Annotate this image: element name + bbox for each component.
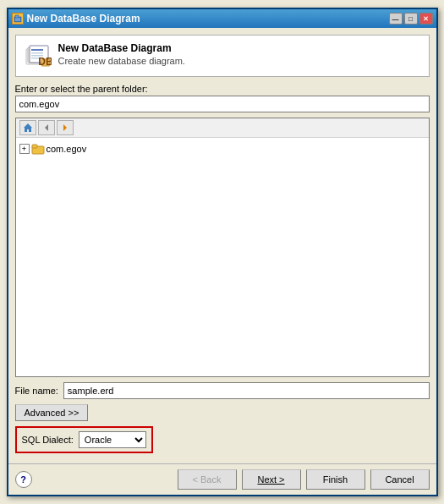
header-section: DB New DataBase Diagram Create new datab… <box>15 35 430 77</box>
restore-button[interactable]: □ <box>404 13 418 25</box>
svg-marker-13 <box>24 123 32 132</box>
svg-rect-7 <box>31 49 43 51</box>
tree-item-label: com.egov <box>47 144 87 154</box>
folder-input-section: Enter or select the parent folder: <box>15 84 430 112</box>
folder-toolbar <box>16 118 429 138</box>
folder-content: + com.egov <box>16 138 429 376</box>
close-button[interactable]: ✕ <box>419 13 433 25</box>
dialect-select[interactable]: Oracle MySQL PostgreSQL SQL Server <box>79 431 146 448</box>
header-title: New DataBase Diagram <box>58 42 185 54</box>
filename-label: File name: <box>15 386 58 396</box>
window-icon <box>12 13 24 25</box>
advanced-button[interactable]: Advanced >> <box>15 404 89 421</box>
window-title: New DataBase Diagram <box>27 13 389 25</box>
svg-marker-15 <box>63 124 67 131</box>
back-button[interactable]: < Back <box>178 469 237 490</box>
folder-icon <box>31 142 45 156</box>
next-button[interactable]: Next > <box>242 469 301 490</box>
folder-browser: + com.egov <box>15 118 430 377</box>
cancel-button[interactable]: Cancel <box>370 469 430 490</box>
header-subtitle: Create new database diagram. <box>58 56 185 66</box>
dialect-row: SQL Dialect: Oracle MySQL PostgreSQL SQL… <box>15 426 153 453</box>
main-window: New DataBase Diagram — □ ✕ DB <box>7 8 438 496</box>
bottom-bar: ? < Back Next > Finish Cancel <box>8 463 436 495</box>
help-button[interactable]: ? <box>15 471 32 488</box>
main-panel: Enter or select the parent folder: <box>15 84 430 453</box>
svg-rect-17 <box>32 145 37 148</box>
title-bar-buttons: — □ ✕ <box>389 13 433 25</box>
filename-row: File name: <box>15 382 430 399</box>
title-bar: New DataBase Diagram — □ ✕ <box>8 9 436 28</box>
minimize-button[interactable]: — <box>389 13 403 25</box>
home-button[interactable] <box>19 120 36 135</box>
svg-marker-14 <box>45 124 48 131</box>
svg-rect-8 <box>31 52 43 54</box>
tree-item[interactable]: + com.egov <box>19 141 425 156</box>
svg-rect-1 <box>15 15 19 18</box>
filename-input[interactable] <box>63 382 430 399</box>
header-text: New DataBase Diagram Create new database… <box>58 42 185 66</box>
advanced-section: Advanced >> <box>15 404 430 421</box>
header-icon: DB <box>25 42 52 69</box>
back-nav-button[interactable] <box>38 120 55 135</box>
dialect-label: SQL Dialect: <box>22 435 74 445</box>
forward-nav-button[interactable] <box>57 120 74 135</box>
svg-text:DB: DB <box>38 56 52 68</box>
tree-expand-button[interactable]: + <box>19 144 30 154</box>
finish-button[interactable]: Finish <box>306 469 365 490</box>
content-area: DB New DataBase Diagram Create new datab… <box>8 28 436 460</box>
folder-input[interactable] <box>15 96 430 112</box>
folder-input-label: Enter or select the parent folder: <box>15 84 430 94</box>
action-buttons: < Back Next > Finish Cancel <box>178 469 430 490</box>
